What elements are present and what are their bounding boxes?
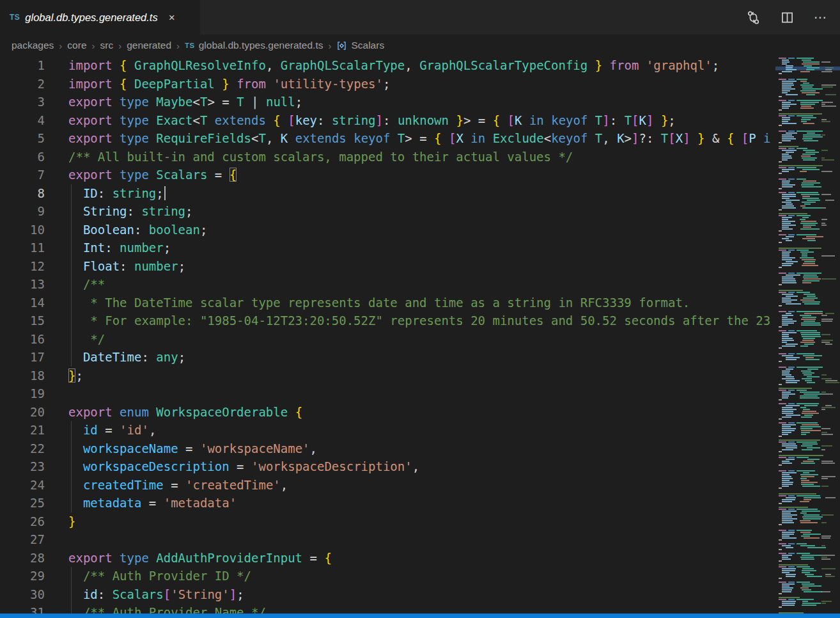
code-line[interactable]: 16 */: [0, 330, 775, 349]
line-number[interactable]: 18: [0, 367, 45, 385]
text-cursor: [164, 186, 166, 200]
code-line[interactable]: 30 id: Scalars['String'];: [0, 585, 775, 604]
line-number[interactable]: 20: [0, 403, 45, 422]
split-editor-icon[interactable]: [780, 10, 795, 25]
breadcrumb-separator: ›: [328, 40, 331, 51]
code-line[interactable]: 26}: [0, 512, 775, 531]
editor-actions: ⋯: [746, 0, 840, 35]
breadcrumb-item-src[interactable]: src: [100, 40, 114, 51]
code-line[interactable]: 12 Float: number;: [0, 257, 775, 276]
breadcrumb-item-symbol-scalars[interactable]: Scalars: [336, 40, 384, 51]
line-number[interactable]: 3: [0, 93, 45, 111]
line-number[interactable]: 14: [0, 294, 45, 312]
tab-label: global.db.types.generated.ts: [25, 12, 157, 24]
code-line[interactable]: 4export type Exact<T extends { [key: str…: [0, 111, 775, 130]
code-line[interactable]: 3export type Maybe<T> = T | null;: [0, 93, 775, 111]
breadcrumb-symbol-label: Scalars: [351, 40, 384, 51]
line-number[interactable]: 17: [0, 348, 45, 367]
code-line[interactable]: 14 * The DateTime scalar type represents…: [0, 294, 775, 312]
line-number[interactable]: 28: [0, 549, 45, 567]
code-line[interactable]: 1import { GraphQLResolveInfo, GraphQLSca…: [0, 56, 775, 75]
code-line[interactable]: 27: [0, 530, 775, 549]
line-number[interactable]: 19: [0, 384, 45, 403]
code-line[interactable]: 19: [0, 384, 775, 403]
breadcrumb-separator: ›: [118, 40, 121, 51]
symbol-type-icon: [336, 40, 347, 51]
code-line[interactable]: 29 /** Auth Provider ID */: [0, 567, 775, 585]
breadcrumb-separator: ›: [59, 40, 62, 51]
line-number[interactable]: 25: [0, 494, 45, 512]
line-number[interactable]: 8: [0, 184, 45, 203]
line-number[interactable]: 21: [0, 421, 45, 440]
line-number[interactable]: 15: [0, 312, 45, 330]
breadcrumb-separator: ›: [92, 40, 95, 51]
code-line[interactable]: 28export type AddAuthProviderInput = {: [0, 549, 775, 567]
breadcrumb-item-file[interactable]: TS global.db.types.generated.ts: [185, 40, 323, 51]
open-changes-icon[interactable]: [746, 10, 761, 25]
line-number[interactable]: 23: [0, 457, 45, 476]
code-line[interactable]: 20export enum WorkspaceOrderable {: [0, 403, 775, 422]
code-line[interactable]: 2import { DeepPartial } from 'utility-ty…: [0, 75, 775, 93]
line-number[interactable]: 27: [0, 530, 45, 549]
code-line[interactable]: 24 createdTime = 'createdTime',: [0, 476, 775, 495]
breadcrumb-file-label: global.db.types.generated.ts: [199, 40, 323, 51]
code-line[interactable]: 11 Int: number;: [0, 239, 775, 257]
breadcrumb-item-packages[interactable]: packages: [12, 40, 54, 51]
code-line[interactable]: 17 DateTime: any;: [0, 348, 775, 367]
tab-global-db-types-generated-ts[interactable]: TS global.db.types.generated.ts ×: [0, 0, 200, 35]
line-number[interactable]: 4: [0, 111, 45, 130]
breadcrumb-item-core[interactable]: core: [67, 40, 86, 51]
close-icon[interactable]: ×: [167, 11, 177, 24]
code-area[interactable]: 1import { GraphQLResolveInfo, GraphQLSca…: [0, 56, 775, 618]
line-number[interactable]: 9: [0, 202, 45, 221]
breadcrumb-separator: ›: [176, 40, 180, 51]
line-number[interactable]: 13: [0, 275, 45, 294]
line-number[interactable]: 16: [0, 330, 45, 349]
line-number[interactable]: 29: [0, 567, 45, 585]
status-bar: [0, 614, 840, 618]
line-number[interactable]: 30: [0, 585, 45, 604]
line-number[interactable]: 5: [0, 129, 45, 148]
tab-bar: TS global.db.types.generated.ts ×: [0, 0, 840, 35]
line-number[interactable]: 6: [0, 148, 45, 166]
code-line[interactable]: 10 Boolean: boolean;: [0, 221, 775, 239]
code-line[interactable]: 9 String: string;: [0, 202, 775, 221]
code-line[interactable]: 25 metadata = 'metadata': [0, 494, 775, 512]
breadcrumb-item-generated[interactable]: generated: [127, 40, 171, 51]
line-number[interactable]: 22: [0, 440, 45, 458]
code-line[interactable]: 8 ID: string;: [0, 184, 775, 203]
code-line[interactable]: 15 * For example: "1985-04-12T23:20:50.5…: [0, 312, 775, 330]
code-line[interactable]: 6/** All built-in and custom scalars, ma…: [0, 148, 775, 166]
line-number[interactable]: 24: [0, 476, 45, 495]
typescript-file-icon: TS: [10, 13, 20, 22]
minimap[interactable]: [775, 56, 840, 618]
line-number[interactable]: 1: [0, 56, 45, 75]
line-number[interactable]: 2: [0, 75, 45, 93]
breadcrumb: packages › core › src › generated › TS g…: [0, 35, 840, 56]
code-line[interactable]: 5export type RequireFields<T, K extends …: [0, 129, 775, 148]
line-number[interactable]: 26: [0, 512, 45, 531]
code-line[interactable]: 7export type Scalars = {: [0, 166, 775, 184]
line-number[interactable]: 12: [0, 257, 45, 276]
typescript-file-icon: TS: [185, 42, 195, 49]
code-line[interactable]: 18};: [0, 367, 775, 385]
vscode-window: TS global.db.types.generated.ts ×: [0, 0, 840, 618]
line-number[interactable]: 11: [0, 239, 45, 257]
editor-group: 1import { GraphQLResolveInfo, GraphQLSca…: [0, 56, 840, 618]
code-line[interactable]: 21 id = 'id',: [0, 421, 775, 440]
code-line[interactable]: 22 workspaceName = 'workspaceName',: [0, 440, 775, 458]
line-number[interactable]: 7: [0, 166, 45, 184]
line-number[interactable]: 10: [0, 221, 45, 239]
code-line[interactable]: 23 workspaceDescription = 'workspaceDesc…: [0, 457, 775, 476]
code-line[interactable]: 13 /**: [0, 275, 775, 294]
more-actions-icon[interactable]: ⋯: [814, 10, 827, 25]
